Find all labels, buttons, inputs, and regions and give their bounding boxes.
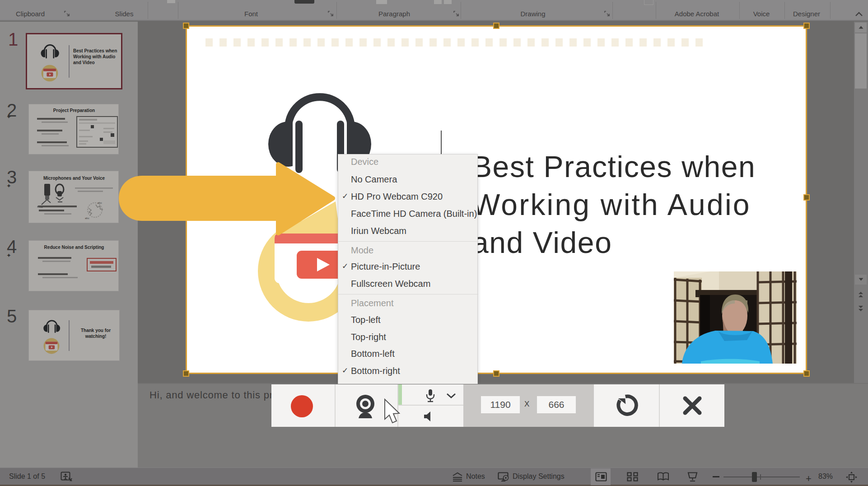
svg-text:abc: abc xyxy=(85,217,89,220)
svg-text:abc: abc xyxy=(98,201,102,204)
